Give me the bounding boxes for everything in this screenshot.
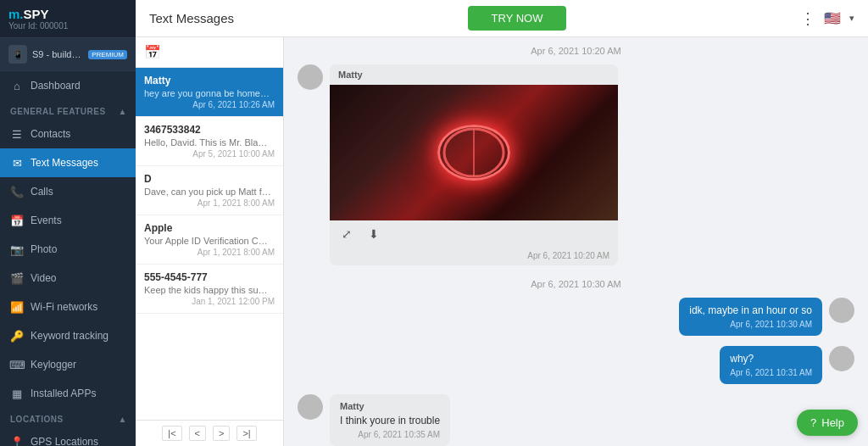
- general-features-section[interactable]: GENERAL FEATURES ▲: [0, 100, 136, 120]
- help-icon: ?: [810, 416, 816, 429]
- device-icon: 📱: [8, 45, 27, 64]
- last-page-button[interactable]: >|: [236, 426, 256, 441]
- keyword-icon: 🔑: [10, 329, 24, 343]
- list-item[interactable]: D Dave, can you pick up Matt from schoo.…: [136, 166, 283, 215]
- locations-section[interactable]: LOCATIONS ▲: [0, 408, 136, 427]
- conversation-name: 555-4545-777: [144, 271, 275, 283]
- sidebar-item-label: GPS Locations: [31, 436, 98, 446]
- list-item[interactable]: Matty hey are you gonna be home soon Apr…: [136, 68, 283, 117]
- top-bar: Text Messages TRY NOW ⋮ 🇺🇸 ▾: [136, 0, 868, 37]
- message-image: [330, 85, 618, 220]
- first-page-button[interactable]: |<: [162, 426, 181, 441]
- next-page-button[interactable]: >: [213, 426, 230, 441]
- avatar: [829, 346, 854, 371]
- conversation-time: Apr 6, 2021 10:26 AM: [144, 100, 275, 109]
- sidebar-item-installed-apps[interactable]: ▦ Installed APPs: [0, 379, 136, 408]
- collapse-locations-icon: ▲: [119, 415, 127, 424]
- download-button[interactable]: ⬇: [365, 226, 382, 243]
- conversation-preview: Keep the kids happy this summer with ...: [144, 285, 271, 295]
- text-messages-icon: ✉: [10, 156, 24, 170]
- sidebar-item-label: Video: [31, 272, 56, 284]
- sidebar-item-video[interactable]: 🎬 Video: [0, 264, 136, 293]
- conversation-name: 3467533842: [144, 124, 275, 136]
- sidebar-item-keylogger[interactable]: ⌨ Keylogger: [0, 350, 136, 379]
- contacts-icon: ☰: [10, 127, 24, 141]
- device-name: S9 - build 18 - ...: [32, 49, 83, 59]
- body-area: 📅 Matty hey are you gonna be home soon A…: [136, 37, 868, 446]
- calendar-row: 📅: [136, 37, 283, 68]
- sidebar-item-label: Text Messages: [31, 157, 98, 169]
- sender-name: Matty: [330, 64, 618, 81]
- prev-page-button[interactable]: <: [189, 426, 206, 441]
- sidebar-header: m.SPY Your Id: 000001: [0, 0, 136, 38]
- chat-area: Apr 6, 2021 10:20 AM Matty ⤢: [284, 37, 868, 446]
- more-options-icon[interactable]: ⋮: [800, 9, 815, 28]
- keylogger-icon: ⌨: [10, 358, 24, 371]
- chat-message: why? Apr 6, 2021 10:31 AM: [284, 341, 868, 389]
- sidebar-item-events[interactable]: 📅 Events: [0, 206, 136, 235]
- conversation-preview: Hello, David. This is Mr. Black. I've no…: [144, 137, 271, 148]
- sidebar-item-text-messages[interactable]: ✉ Text Messages: [0, 148, 136, 177]
- message-text: why?: [730, 353, 812, 365]
- message-bubble: idk, maybe in an hour or so Apr 6, 2021 …: [679, 298, 822, 336]
- message-bubble: why? Apr 6, 2021 10:31 AM: [720, 346, 822, 384]
- sidebar-item-label: Keylogger: [31, 359, 76, 371]
- conversation-name: Apple: [144, 222, 275, 234]
- sidebar-item-label: Photo: [31, 243, 57, 255]
- installed-apps-icon: ▦: [10, 387, 24, 400]
- avatar: [298, 394, 323, 420]
- chat-message: idk, maybe in an hour or so Apr 6, 2021 …: [284, 293, 868, 341]
- message-list: 📅 Matty hey are you gonna be home soon A…: [136, 37, 284, 446]
- sidebar-item-label: Wi-Fi networks: [31, 301, 97, 313]
- gps-icon: 📍: [10, 435, 24, 446]
- collapse-icon: ▲: [119, 107, 127, 116]
- list-item[interactable]: Apple Your Apple ID Verification Code Ap…: [136, 215, 283, 265]
- message-time: Apr 6, 2021 10:35 AM: [340, 430, 440, 439]
- sender-name: Matty: [340, 401, 440, 411]
- sidebar-item-calls[interactable]: 📞 Calls: [0, 177, 136, 206]
- avatar: [298, 64, 323, 90]
- conversation-time: Apr 1, 2021 8:00 AM: [144, 198, 275, 208]
- conversation-preview: Dave, can you pick up Matt from schoo...: [144, 187, 271, 197]
- image-actions: ⤢ ⬇: [330, 220, 618, 248]
- conversation-name: D: [144, 173, 275, 185]
- sidebar-item-keyword[interactable]: 🔑 Keyword tracking: [0, 321, 136, 350]
- sidebar-item-dashboard[interactable]: ⌂ Dashboard: [0, 71, 136, 100]
- list-item[interactable]: 555-4545-777 Keep the kids happy this su…: [136, 265, 283, 314]
- date-divider: Apr 6, 2021 10:20 AM: [284, 37, 868, 59]
- image-time: Apr 6, 2021 10:20 AM: [330, 248, 618, 265]
- svg-point-1: [444, 129, 504, 176]
- events-icon: 📅: [10, 214, 24, 227]
- conversation-time: Jan 1, 2021 12:00 PM: [144, 297, 275, 306]
- calendar-icon[interactable]: 📅: [144, 45, 161, 59]
- flag-icon[interactable]: 🇺🇸: [824, 10, 841, 26]
- device-row[interactable]: 📱 S9 - build 18 - ... PREMIUM: [0, 38, 136, 71]
- chat-message: Matty ⤢ ⬇ Apr 6, 2021 10:20 AM: [284, 59, 868, 270]
- pagination: |< < > >|: [136, 420, 283, 446]
- image-message-container: Matty ⤢ ⬇ Apr 6, 2021 10:20 AM: [330, 64, 618, 265]
- sidebar-item-contacts[interactable]: ☰ Contacts: [0, 120, 136, 148]
- fullscreen-button[interactable]: ⤢: [338, 226, 355, 243]
- conversation-name: Matty: [144, 75, 275, 86]
- conversation-time: Apr 1, 2021 8:00 AM: [144, 248, 275, 257]
- list-item[interactable]: 3467533842 Hello, David. This is Mr. Bla…: [136, 117, 283, 166]
- sidebar-item-label: Dashboard: [31, 80, 81, 92]
- conversation-time: Apr 5, 2021 10:00 AM: [144, 149, 275, 159]
- calls-icon: 📞: [10, 185, 24, 198]
- video-icon: 🎬: [10, 271, 24, 285]
- try-now-button[interactable]: TRY NOW: [468, 6, 567, 31]
- sidebar-item-label: Installed APPs: [31, 387, 96, 399]
- sidebar-item-label: Calls: [31, 186, 53, 198]
- conversation-preview: Your Apple ID Verification Code: [144, 236, 271, 246]
- sidebar-item-wifi[interactable]: 📶 Wi-Fi networks: [0, 293, 136, 321]
- chevron-down-icon[interactable]: ▾: [849, 13, 854, 24]
- sidebar-item-gps[interactable]: 📍 GPS Locations: [0, 427, 136, 446]
- main-content: Text Messages TRY NOW ⋮ 🇺🇸 ▾ 📅 Matty hey…: [136, 0, 868, 446]
- sidebar-item-photo[interactable]: 📷 Photo: [0, 235, 136, 264]
- page-title: Text Messages: [149, 11, 234, 25]
- message-time: Apr 6, 2021 10:30 AM: [689, 320, 812, 329]
- sidebar-item-label: Keyword tracking: [31, 330, 108, 342]
- message-text: I think youre in trouble: [340, 415, 440, 426]
- help-button[interactable]: ? Help: [797, 410, 858, 436]
- wifi-icon: 📶: [10, 300, 24, 314]
